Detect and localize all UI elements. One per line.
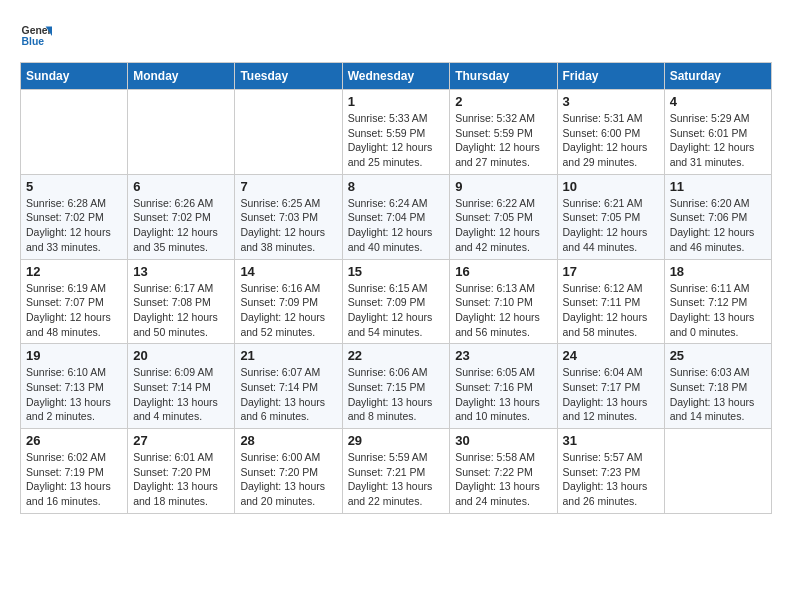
calendar-cell: 3Sunrise: 5:31 AM Sunset: 6:00 PM Daylig… [557,90,664,175]
logo-icon: General Blue [20,20,52,52]
day-number: 22 [348,348,445,363]
day-info: Sunrise: 6:22 AM Sunset: 7:05 PM Dayligh… [455,196,551,255]
day-info: Sunrise: 6:02 AM Sunset: 7:19 PM Dayligh… [26,450,122,509]
calendar-cell: 12Sunrise: 6:19 AM Sunset: 7:07 PM Dayli… [21,259,128,344]
day-info: Sunrise: 6:17 AM Sunset: 7:08 PM Dayligh… [133,281,229,340]
day-number: 20 [133,348,229,363]
day-header-wednesday: Wednesday [342,63,450,90]
calendar-cell: 6Sunrise: 6:26 AM Sunset: 7:02 PM Daylig… [128,174,235,259]
day-number: 29 [348,433,445,448]
day-number: 19 [26,348,122,363]
page-header: General Blue [20,20,772,52]
day-number: 24 [563,348,659,363]
week-row-3: 12Sunrise: 6:19 AM Sunset: 7:07 PM Dayli… [21,259,772,344]
day-info: Sunrise: 5:31 AM Sunset: 6:00 PM Dayligh… [563,111,659,170]
day-header-sunday: Sunday [21,63,128,90]
calendar-cell [664,429,771,514]
week-row-5: 26Sunrise: 6:02 AM Sunset: 7:19 PM Dayli… [21,429,772,514]
calendar-cell: 20Sunrise: 6:09 AM Sunset: 7:14 PM Dayli… [128,344,235,429]
logo: General Blue [20,20,52,52]
day-number: 28 [240,433,336,448]
day-number: 30 [455,433,551,448]
day-info: Sunrise: 5:58 AM Sunset: 7:22 PM Dayligh… [455,450,551,509]
day-number: 10 [563,179,659,194]
day-info: Sunrise: 6:21 AM Sunset: 7:05 PM Dayligh… [563,196,659,255]
day-info: Sunrise: 6:06 AM Sunset: 7:15 PM Dayligh… [348,365,445,424]
day-number: 5 [26,179,122,194]
calendar-cell: 17Sunrise: 6:12 AM Sunset: 7:11 PM Dayli… [557,259,664,344]
week-row-1: 1Sunrise: 5:33 AM Sunset: 5:59 PM Daylig… [21,90,772,175]
calendar-cell: 10Sunrise: 6:21 AM Sunset: 7:05 PM Dayli… [557,174,664,259]
day-number: 31 [563,433,659,448]
calendar-cell: 4Sunrise: 5:29 AM Sunset: 6:01 PM Daylig… [664,90,771,175]
day-info: Sunrise: 5:29 AM Sunset: 6:01 PM Dayligh… [670,111,766,170]
day-header-saturday: Saturday [664,63,771,90]
calendar-cell: 27Sunrise: 6:01 AM Sunset: 7:20 PM Dayli… [128,429,235,514]
day-number: 9 [455,179,551,194]
day-header-tuesday: Tuesday [235,63,342,90]
calendar-cell: 26Sunrise: 6:02 AM Sunset: 7:19 PM Dayli… [21,429,128,514]
calendar-cell: 2Sunrise: 5:32 AM Sunset: 5:59 PM Daylig… [450,90,557,175]
day-info: Sunrise: 6:09 AM Sunset: 7:14 PM Dayligh… [133,365,229,424]
day-number: 8 [348,179,445,194]
week-row-4: 19Sunrise: 6:10 AM Sunset: 7:13 PM Dayli… [21,344,772,429]
day-info: Sunrise: 5:57 AM Sunset: 7:23 PM Dayligh… [563,450,659,509]
day-info: Sunrise: 6:01 AM Sunset: 7:20 PM Dayligh… [133,450,229,509]
day-header-monday: Monday [128,63,235,90]
calendar-cell: 11Sunrise: 6:20 AM Sunset: 7:06 PM Dayli… [664,174,771,259]
day-info: Sunrise: 6:10 AM Sunset: 7:13 PM Dayligh… [26,365,122,424]
calendar-cell: 9Sunrise: 6:22 AM Sunset: 7:05 PM Daylig… [450,174,557,259]
day-number: 6 [133,179,229,194]
day-number: 26 [26,433,122,448]
week-row-2: 5Sunrise: 6:28 AM Sunset: 7:02 PM Daylig… [21,174,772,259]
day-number: 12 [26,264,122,279]
day-number: 3 [563,94,659,109]
day-number: 13 [133,264,229,279]
day-info: Sunrise: 6:16 AM Sunset: 7:09 PM Dayligh… [240,281,336,340]
day-info: Sunrise: 6:11 AM Sunset: 7:12 PM Dayligh… [670,281,766,340]
day-number: 16 [455,264,551,279]
day-number: 7 [240,179,336,194]
calendar-cell: 16Sunrise: 6:13 AM Sunset: 7:10 PM Dayli… [450,259,557,344]
day-info: Sunrise: 6:04 AM Sunset: 7:17 PM Dayligh… [563,365,659,424]
day-info: Sunrise: 6:03 AM Sunset: 7:18 PM Dayligh… [670,365,766,424]
calendar-cell: 30Sunrise: 5:58 AM Sunset: 7:22 PM Dayli… [450,429,557,514]
day-info: Sunrise: 6:00 AM Sunset: 7:20 PM Dayligh… [240,450,336,509]
calendar-cell: 29Sunrise: 5:59 AM Sunset: 7:21 PM Dayli… [342,429,450,514]
calendar-cell: 14Sunrise: 6:16 AM Sunset: 7:09 PM Dayli… [235,259,342,344]
day-info: Sunrise: 6:07 AM Sunset: 7:14 PM Dayligh… [240,365,336,424]
day-info: Sunrise: 6:12 AM Sunset: 7:11 PM Dayligh… [563,281,659,340]
day-info: Sunrise: 6:05 AM Sunset: 7:16 PM Dayligh… [455,365,551,424]
day-info: Sunrise: 6:20 AM Sunset: 7:06 PM Dayligh… [670,196,766,255]
svg-text:Blue: Blue [22,36,45,47]
calendar-cell: 15Sunrise: 6:15 AM Sunset: 7:09 PM Dayli… [342,259,450,344]
day-number: 4 [670,94,766,109]
calendar-cell: 22Sunrise: 6:06 AM Sunset: 7:15 PM Dayli… [342,344,450,429]
day-number: 21 [240,348,336,363]
day-info: Sunrise: 6:19 AM Sunset: 7:07 PM Dayligh… [26,281,122,340]
calendar-cell: 13Sunrise: 6:17 AM Sunset: 7:08 PM Dayli… [128,259,235,344]
calendar-cell [128,90,235,175]
calendar-cell: 8Sunrise: 6:24 AM Sunset: 7:04 PM Daylig… [342,174,450,259]
day-number: 14 [240,264,336,279]
calendar-cell [235,90,342,175]
day-header-thursday: Thursday [450,63,557,90]
calendar-cell: 23Sunrise: 6:05 AM Sunset: 7:16 PM Dayli… [450,344,557,429]
calendar-cell: 1Sunrise: 5:33 AM Sunset: 5:59 PM Daylig… [342,90,450,175]
day-info: Sunrise: 6:26 AM Sunset: 7:02 PM Dayligh… [133,196,229,255]
day-info: Sunrise: 6:15 AM Sunset: 7:09 PM Dayligh… [348,281,445,340]
day-info: Sunrise: 6:25 AM Sunset: 7:03 PM Dayligh… [240,196,336,255]
calendar-cell: 7Sunrise: 6:25 AM Sunset: 7:03 PM Daylig… [235,174,342,259]
day-info: Sunrise: 5:32 AM Sunset: 5:59 PM Dayligh… [455,111,551,170]
calendar-cell: 28Sunrise: 6:00 AM Sunset: 7:20 PM Dayli… [235,429,342,514]
day-info: Sunrise: 5:33 AM Sunset: 5:59 PM Dayligh… [348,111,445,170]
calendar-cell: 25Sunrise: 6:03 AM Sunset: 7:18 PM Dayli… [664,344,771,429]
header-row: SundayMondayTuesdayWednesdayThursdayFrid… [21,63,772,90]
calendar-table: SundayMondayTuesdayWednesdayThursdayFrid… [20,62,772,514]
day-header-friday: Friday [557,63,664,90]
calendar-cell: 5Sunrise: 6:28 AM Sunset: 7:02 PM Daylig… [21,174,128,259]
day-number: 11 [670,179,766,194]
day-number: 1 [348,94,445,109]
day-number: 27 [133,433,229,448]
day-number: 15 [348,264,445,279]
